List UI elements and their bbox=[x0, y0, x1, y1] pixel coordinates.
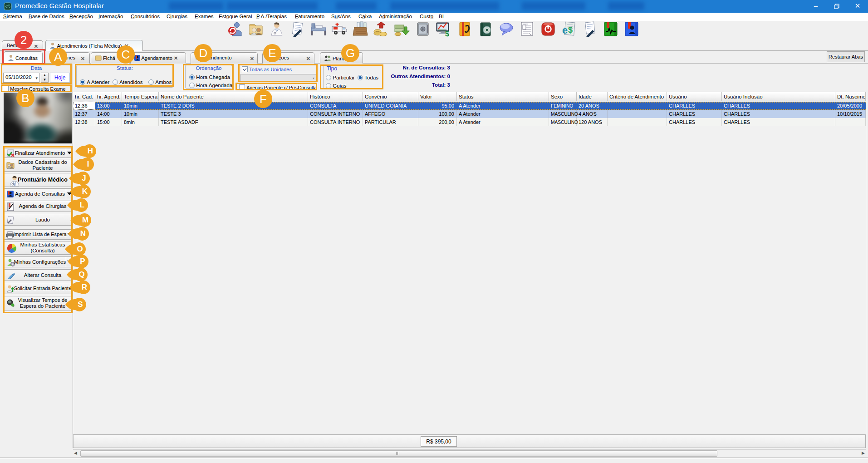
svg-text:$: $ bbox=[568, 25, 573, 34]
svg-text:$: $ bbox=[445, 30, 449, 37]
svg-text:e: e bbox=[562, 25, 568, 36]
